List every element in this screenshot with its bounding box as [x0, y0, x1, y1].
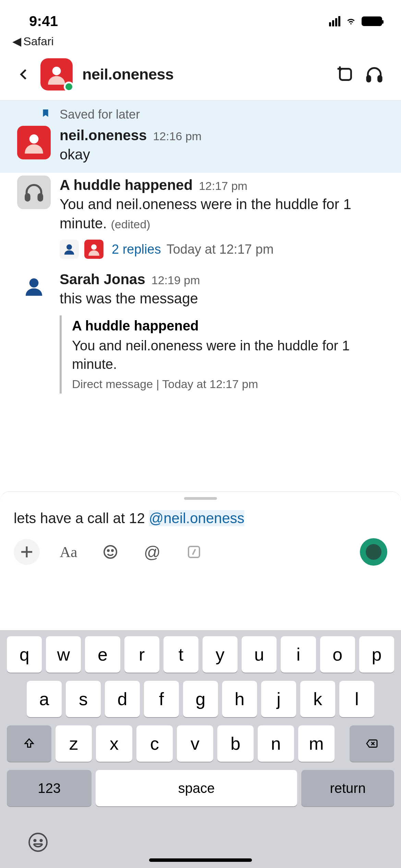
key-c[interactable]: c [136, 725, 173, 762]
slash-command-button[interactable] [181, 539, 207, 565]
key-u[interactable]: u [242, 636, 277, 673]
svg-rect-2 [367, 76, 370, 82]
chat-header: neil.oneness [0, 51, 401, 100]
emoji-keyboard-button[interactable] [27, 832, 49, 854]
key-a[interactable]: a [27, 681, 62, 717]
mention-chip[interactable]: @neil.oneness [149, 510, 244, 526]
key-h[interactable]: h [222, 681, 257, 717]
send-button[interactable] [360, 538, 387, 566]
svg-point-0 [52, 67, 61, 75]
svg-point-12 [112, 550, 113, 551]
key-d[interactable]: d [105, 681, 140, 717]
message-text: You and neil.oneness were in the huddle … [60, 193, 384, 233]
saved-for-later-banner[interactable]: Saved for later [0, 100, 401, 123]
wifi-icon [344, 15, 357, 27]
thread-replies-link[interactable]: 2 replies Today at 12:17 pm [60, 233, 384, 259]
quoted-message[interactable]: A huddle happened You and neil.oneness w… [60, 315, 384, 394]
key-e[interactable]: e [85, 636, 120, 673]
key-x[interactable]: x [96, 725, 132, 762]
space-key[interactable]: space [96, 770, 297, 806]
status-indicators [329, 15, 382, 27]
key-m[interactable]: m [298, 725, 335, 762]
huddle-avatar[interactable] [17, 176, 51, 209]
message-text: okay [60, 144, 384, 165]
quote-meta: Direct message | Today at 12:17 pm [72, 373, 384, 391]
status-bar: 9:41 [0, 0, 401, 34]
message-composer: lets have a call at 12 @neil.oneness Aa … [0, 491, 401, 577]
key-r[interactable]: r [124, 636, 159, 673]
message-row[interactable]: A huddle happened 12:17 pm You and neil.… [0, 173, 401, 267]
bookmark-icon [41, 107, 50, 122]
status-time: 9:41 [29, 13, 58, 29]
svg-point-9 [29, 278, 39, 288]
huddle-headphones-button[interactable] [365, 65, 384, 84]
back-to-app-button[interactable]: ◀ Safari [0, 34, 401, 51]
key-t[interactable]: t [163, 636, 198, 673]
user-avatar[interactable] [40, 58, 73, 91]
text-format-button[interactable]: Aa [56, 539, 82, 565]
saved-label: Saved for later [60, 107, 140, 122]
message-time: 12:17 pm [199, 179, 247, 193]
key-o[interactable]: o [320, 636, 355, 673]
return-key[interactable]: return [301, 770, 394, 806]
add-attachment-button[interactable] [14, 539, 40, 565]
mention-button[interactable]: @ [139, 539, 165, 565]
key-i[interactable]: i [281, 636, 316, 673]
message-input[interactable]: lets have a call at 12 @neil.oneness [0, 500, 401, 530]
back-button[interactable] [17, 68, 31, 81]
shift-key[interactable] [7, 725, 51, 762]
reply-avatar [84, 240, 104, 259]
back-chevron-icon: ◀ [12, 34, 21, 48]
reply-count: 2 replies [112, 242, 161, 257]
key-w[interactable]: w [46, 636, 81, 673]
message-avatar[interactable] [17, 126, 51, 159]
keyboard: qwertyuiop asdfghjkl zxcvbnm 123 space r… [0, 630, 401, 868]
message-time: 12:16 pm [153, 130, 202, 143]
key-s[interactable]: s [66, 681, 101, 717]
svg-point-11 [108, 550, 109, 551]
svg-rect-6 [38, 194, 42, 201]
home-indicator[interactable] [149, 858, 252, 862]
svg-point-7 [66, 244, 72, 250]
svg-point-8 [91, 244, 97, 250]
back-app-label: Safari [23, 35, 54, 48]
key-q[interactable]: q [7, 636, 42, 673]
key-y[interactable]: y [203, 636, 238, 673]
message-row[interactable]: Sarah Jonas 12:19 pm this was the messag… [0, 267, 401, 402]
key-f[interactable]: f [144, 681, 179, 717]
svg-point-4 [29, 134, 39, 144]
cellular-icon [329, 16, 340, 26]
numbers-key[interactable]: 123 [7, 770, 92, 806]
drag-handle[interactable] [184, 497, 217, 500]
message-author: Sarah Jonas [60, 271, 145, 288]
battery-icon [362, 16, 382, 26]
reply-time: Today at 12:17 pm [167, 242, 274, 257]
backspace-key[interactable] [350, 725, 394, 762]
svg-rect-1 [340, 69, 351, 80]
key-b[interactable]: b [217, 725, 254, 762]
chat-title[interactable]: neil.oneness [82, 65, 326, 83]
key-z[interactable]: z [56, 725, 92, 762]
online-status-icon [64, 82, 74, 92]
quote-title: A huddle happened [72, 318, 384, 334]
svg-point-15 [34, 840, 36, 841]
emoji-button[interactable] [97, 539, 123, 565]
edited-label: (edited) [111, 218, 150, 231]
add-to-channel-button[interactable] [336, 65, 355, 84]
key-l[interactable]: l [339, 681, 374, 717]
key-j[interactable]: j [261, 681, 296, 717]
svg-point-16 [40, 840, 42, 841]
message-author: neil.oneness [60, 127, 147, 144]
quote-text: You and neil.oneness were in the huddle … [72, 334, 384, 373]
svg-rect-3 [378, 76, 381, 82]
key-v[interactable]: v [177, 725, 213, 762]
key-g[interactable]: g [183, 681, 218, 717]
key-n[interactable]: n [258, 725, 294, 762]
key-k[interactable]: k [300, 681, 335, 717]
message-avatar[interactable] [17, 270, 51, 303]
svg-point-10 [104, 546, 117, 558]
key-p[interactable]: p [359, 636, 394, 673]
message-row[interactable]: neil.oneness 12:16 pm okay [0, 123, 401, 173]
svg-rect-5 [26, 194, 29, 201]
message-author: A huddle happened [60, 177, 193, 193]
